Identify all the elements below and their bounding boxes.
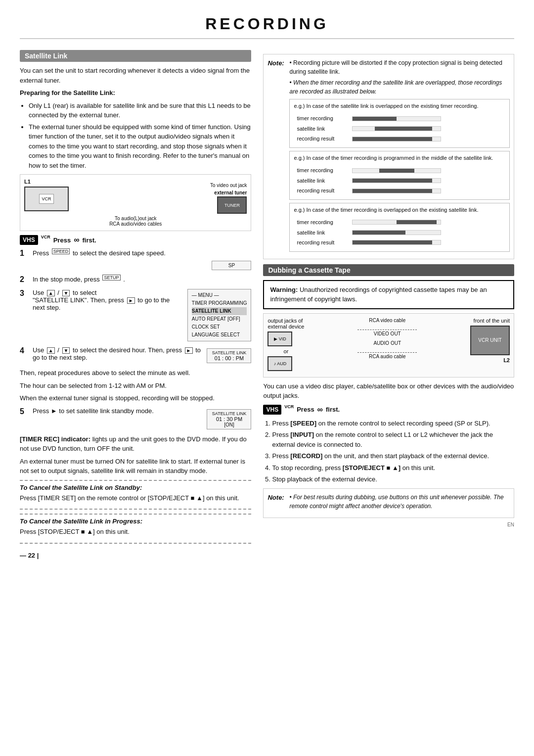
- eg-3-timer-label: timer recording: [295, 218, 349, 227]
- video-device-icon: ▶ VID: [267, 331, 292, 346]
- rca-video-label: RCA video cable: [357, 318, 417, 323]
- list-item: The external tuner should be equipped wi…: [29, 122, 251, 171]
- step-2: 2 In the stop mode, press SETUP .: [20, 275, 251, 284]
- dubbing-oo-symbol: ∞: [317, 405, 323, 414]
- eg-2-result-label: recording result: [295, 186, 349, 195]
- eg-2-timer-bar: [350, 166, 504, 175]
- ext-device-label: external device: [267, 324, 304, 330]
- after-step4-p1: Then, repeat procedures above to select …: [20, 368, 251, 378]
- dubbing-vhs-press: VHS VCR Press ∞ first.: [263, 405, 514, 415]
- after-step4-notes: Then, repeat procedures above to select …: [20, 368, 251, 403]
- front-unit-label: front of the unit: [470, 318, 510, 324]
- first-label: first.: [83, 236, 96, 244]
- eg-2-row-result: recording result: [295, 186, 504, 195]
- eg-section-3: e.g.) In case of the timer recording is …: [289, 203, 510, 252]
- cancel-standby-text: Press [TIMER SET] on the remote control …: [20, 493, 251, 503]
- diagram-rca-label: RCA audio/video cables: [109, 221, 162, 227]
- eg-3-table: timer recording satellite link: [294, 217, 505, 248]
- step-4-text2: to select the desired hour. Then, press: [73, 346, 182, 354]
- diagram-right: front of the unit VCR UNIT L2: [470, 318, 510, 363]
- step-2-text: In the stop mode, press: [33, 276, 100, 284]
- step-1-text-before: Press: [33, 249, 49, 257]
- step-5-text: Press ► to set satellite link standby mo…: [33, 407, 154, 415]
- list-item: Only L1 (rear) is available for satellit…: [29, 101, 251, 120]
- note-label: Note:: [267, 58, 286, 255]
- eg-2-row-satellite: satellite link: [295, 176, 504, 186]
- eg-1-result-bar: [350, 134, 504, 143]
- menu-title: — MENU —: [192, 291, 247, 299]
- oo-symbol: ∞: [74, 236, 79, 244]
- step-2-period: .: [123, 276, 125, 284]
- dubbing-intro: You can use a video disc player, cable/s…: [263, 381, 514, 401]
- dubbing-header: Dubbing a Cassette Tape: [263, 264, 514, 276]
- setup-key: SETUP: [102, 275, 120, 281]
- step-5-screen-sub: [ON]: [210, 422, 248, 427]
- eg-3-row-result: recording result: [295, 238, 504, 247]
- step-3-key2: ▼: [62, 290, 70, 296]
- note-content: • Recording picture will be distorted if…: [289, 58, 510, 255]
- step-5: 5 Press ► to set satellite link standby …: [20, 407, 251, 429]
- menu-timer: TIMER PROGRAMMING: [192, 299, 247, 307]
- right-column: Note: • Recording picture will be distor…: [263, 50, 514, 559]
- menu-clock: CLOCK SET: [192, 323, 247, 331]
- eg-3-satellite-label: satellite link: [295, 228, 349, 237]
- satellite-link-header: Satellite Link: [20, 50, 251, 62]
- diagram-external-tuner-label: external tuner: [210, 190, 247, 195]
- eg-1-satellite-bar: [350, 124, 504, 134]
- video-out-label: VIDEO OUT: [357, 331, 417, 336]
- vhs-logo: VHS: [20, 235, 38, 245]
- dubbing-step-5: Stop playback of the external device.: [272, 474, 514, 484]
- step-5-number: 5: [20, 407, 29, 416]
- eg-2-table: timer recording satellite link: [294, 165, 505, 196]
- satellite-link-intro: You can set the unit to start recording …: [20, 66, 251, 85]
- l2-label: L2: [470, 357, 510, 363]
- cancel-progress-title: To Cancel the Satellite Link in Progress…: [20, 518, 251, 525]
- note-bullet2: • When the timer recording and the satel…: [289, 78, 510, 96]
- diagram-left: output jacks of external device ▶ VID or…: [267, 318, 304, 373]
- step-4: 4 Use ▲ / ▼ to select the desired hour. …: [20, 346, 251, 363]
- step-3-key3: ►: [127, 297, 135, 304]
- eg-3-row-timer: timer recording: [295, 218, 504, 227]
- ext-tuner-note: An external tuner must be turned ON for …: [20, 457, 251, 476]
- preparing-header: Preparing for the Satellite Link:: [20, 88, 251, 98]
- eg-1-row-timer: timer recording: [295, 114, 504, 123]
- step-3-to-select: to select: [73, 289, 96, 296]
- eg-section-2: e.g.) In case of the timer recording is …: [289, 151, 510, 200]
- diagram-to-video-label: To video out jack: [210, 183, 247, 188]
- eg-1-desc: e.g.) In case of the satellite link is o…: [294, 102, 505, 110]
- warning-text: Unauthorized recordings of copyrighted c…: [270, 286, 487, 303]
- dubbing-note-label: Note:: [267, 493, 286, 514]
- eg-3-desc: e.g.) In case of the timer recording is …: [294, 206, 505, 214]
- step-1-content: Press SPEED to select the desired tape s…: [33, 249, 251, 270]
- preparing-list: Only L1 (rear) is available for satellit…: [20, 101, 251, 171]
- timer-rec-bold: [TIMER REC] indicator:: [20, 435, 90, 443]
- eg-3-result-label: recording result: [295, 238, 349, 247]
- eg-1-row-satellite: satellite link: [295, 124, 504, 134]
- dubbing-step-1: Press [SPEED] on the remote control to s…: [272, 419, 514, 428]
- left-column: Satellite Link You can set the unit to s…: [20, 50, 251, 559]
- diagram-to-audio-label: To audio(L)out jack: [115, 216, 157, 221]
- step-5-screen-value: 01 : 30 PM: [210, 416, 248, 422]
- dubbing-step-2: Press [INPUT] on the remote control to s…: [272, 430, 514, 449]
- menu-satellite: SATELLITE LINK: [192, 307, 247, 315]
- step-4-screen-value: 01 : 00 : PM: [210, 355, 248, 361]
- eg-3-timer-bar: [350, 218, 504, 227]
- step-1-text-after: to select the desired tape speed.: [73, 249, 166, 257]
- audio-out-label: AUDIO OUT: [357, 340, 417, 346]
- dubbing-step-4: To stop recording, press [STOP/EJECT ■ ▲…: [272, 463, 514, 473]
- cancel-standby-title: To Cancel the Satellite Link on Standby:: [20, 484, 251, 491]
- eg-2-row-timer: timer recording: [295, 166, 504, 175]
- timer-rec-note: [TIMER REC] indicator: lights up and the…: [20, 434, 251, 454]
- dubbing-note: Note: • For best results during dubbing,…: [263, 488, 514, 518]
- page-number: — 22 |: [20, 552, 251, 559]
- vcr-unit-icon: VCR UNIT: [470, 326, 510, 355]
- or-label: or: [267, 348, 304, 354]
- eg-2-satellite-bar: [350, 176, 504, 186]
- press-label: Press: [53, 236, 71, 244]
- step-4-screen: SATELLITE LINK 01 : 00 : PM: [207, 348, 251, 363]
- dubbing-vhs-logo: VHS: [263, 405, 281, 415]
- warning-box: Warning: Unauthorized recordings of copy…: [263, 280, 514, 309]
- menu-auto-repeat: AUTO REPEAT [OFF]: [192, 315, 247, 323]
- vhs-press-first: VHS VCR Press ∞ first.: [20, 235, 251, 245]
- eg-2-result-bar: [350, 186, 504, 195]
